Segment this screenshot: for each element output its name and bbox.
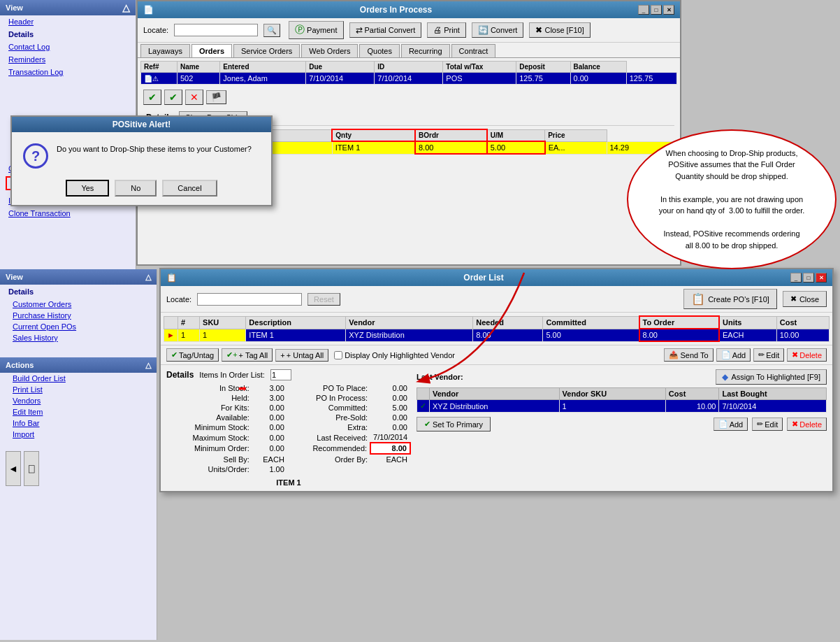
ol-col-to-order: To Order [639, 316, 719, 329]
flag-btn[interactable]: 🏴 [206, 90, 226, 104]
tag-all-btn[interactable]: ✔+ + Tag All [222, 348, 273, 362]
sub-sidebar-purchase-history[interactable]: Purchase History [0, 310, 157, 321]
sub-sidebar-import[interactable]: Import [0, 429, 157, 440]
max-stock-label: Maximum Stock: [166, 432, 252, 443]
assign-highlighted-btn[interactable]: ◆ Assign To Highlighted [F9] [716, 369, 827, 385]
ol-minimize-btn[interactable]: _ [790, 273, 802, 283]
details-cell-bordr: 5.00 [487, 141, 545, 154]
convert-btn[interactable]: 🔄 Convert [472, 22, 524, 38]
items-count-input[interactable] [270, 369, 291, 380]
sub-sidebar-header: View △ [0, 269, 157, 285]
table-row[interactable]: 📄⚠ 502 Jones, Adam 7/10/2014 7/10/2014 P… [141, 73, 677, 85]
alert-yes-btn[interactable]: Yes [66, 180, 109, 197]
nav-arrows: ◄ ⎕ [6, 451, 157, 486]
ol-edit-btn[interactable]: ✏ Edit [753, 348, 784, 362]
ol-cell-committed: 5.00 [543, 329, 639, 341]
tab-layaways[interactable]: Layaways [140, 44, 190, 57]
close-f10-btn[interactable]: ✖ Close [F10] [529, 22, 590, 38]
left-arrow-btn[interactable]: ◄ [6, 451, 21, 486]
sidebar-item-contact-log[interactable]: Contact Log [0, 41, 136, 53]
details-cell-um: EA... [545, 141, 607, 154]
maximize-btn[interactable]: □ [651, 5, 662, 15]
create-po-icon: 📋 [691, 292, 705, 306]
locate-search-btn[interactable]: 🔍 [263, 24, 280, 37]
min-stock-value: 0.00 [252, 422, 287, 432]
vt-col-last-bought: Last Bought [719, 388, 827, 400]
extra-value: 0.00 [370, 422, 410, 432]
untag-all-btn[interactable]: + + Untag All [275, 349, 328, 362]
ol-locate-label: Locate: [166, 295, 191, 304]
ol-reset-btn[interactable]: Reset [307, 293, 340, 306]
details-cell-qnty: 8.00 [415, 141, 487, 154]
sub-sidebar-edit-item[interactable]: Edit Item [0, 406, 157, 418]
ol-close-window-btn[interactable]: ✖ Close [783, 291, 827, 307]
vendor-edit-btn[interactable]: ✏ Edit [752, 418, 783, 431]
grid-btn[interactable]: ⎕ [24, 451, 39, 486]
minimize-btn[interactable]: _ [638, 5, 649, 15]
po-in-process-label: PO In Process: [287, 393, 370, 403]
held-value: 3.00 [252, 393, 287, 403]
sidebar-item-details[interactable]: Details [0, 28, 136, 41]
sell-by-value: EACH [252, 454, 287, 464]
tab-service-orders[interactable]: Service Orders [233, 44, 300, 57]
sub-sidebar-collapse-icon[interactable]: △ [145, 273, 151, 282]
sub-sidebar-current-open-pos[interactable]: Current Open POs [0, 321, 157, 332]
vendor-bottom-btns: ✔ Set To Primary 📄 Add ✏ Edit ✖ Delete [417, 417, 827, 431]
locate-input[interactable] [174, 24, 258, 36]
sub-sidebar-vendors[interactable]: Vendors [0, 395, 157, 406]
ol-table-row[interactable]: ► 1 1 ITEM 1 XYZ Distribution 8.00 5.00 … [164, 329, 830, 341]
alert-cancel-btn[interactable]: Cancel [162, 180, 217, 197]
ol-col-sku: SKU [200, 316, 246, 329]
sub-sidebar-customer-orders[interactable]: Customer Orders [0, 299, 157, 310]
order-list-toolbar: Locate: Reset 📋 Create PO's [F10] ✖ Clos… [161, 286, 832, 313]
sidebar-item-reminders[interactable]: Reminders [0, 53, 136, 66]
display-checkbox[interactable] [334, 351, 342, 359]
col-due: Due [306, 62, 375, 73]
sub-sidebar-build-order-list[interactable]: Build Order List [0, 373, 157, 384]
sidebar-collapse-icon[interactable]: △ [122, 2, 130, 13]
ol-col-vendor: Vendor [346, 316, 473, 329]
ol-close-btn[interactable]: ✕ [816, 273, 827, 283]
check2-btn[interactable]: ✔ [164, 90, 182, 105]
order-list-controls: _ □ ✕ [790, 273, 827, 283]
col-balance: Balance [570, 62, 626, 73]
close-btn[interactable]: ✕ [663, 5, 674, 15]
vt-cell-cost: 10.00 [665, 400, 719, 413]
payment-btn[interactable]: Ⓟ Payment [289, 21, 343, 39]
check-btn[interactable]: ✔ [143, 90, 161, 105]
alert-message: Do you want to Drop-Ship these items to … [57, 143, 252, 155]
vendor-add-btn[interactable]: 📄 Add [714, 418, 748, 431]
details-form-table: In Stock: ➡ 3.00 PO To Place: 0.00 Held:… [166, 383, 411, 474]
vendor-delete-btn[interactable]: ✖ Delete [787, 418, 827, 431]
set-to-primary-btn[interactable]: ✔ Set To Primary [417, 417, 491, 431]
tab-web-orders[interactable]: Web Orders [301, 44, 358, 57]
tab-recurring[interactable]: Recurring [401, 44, 450, 57]
create-po-btn[interactable]: 📋 Create PO's [F10] [683, 289, 777, 309]
display-checkbox-container[interactable]: Display Only Highlighted Vendor [331, 350, 458, 361]
sidebar-item-clone-transaction[interactable]: Clone Transaction [0, 207, 136, 220]
ol-add-btn[interactable]: 📄 Add [716, 348, 751, 362]
alert-no-btn[interactable]: No [115, 180, 157, 197]
sub-sidebar-print-list[interactable]: Print List [0, 384, 157, 395]
tab-quotes[interactable]: Quotes [359, 44, 399, 57]
vendor-table-row[interactable]: ✓ XYZ Distribution 1 10.00 7/10/2014 [417, 400, 827, 413]
ol-locate-input[interactable] [197, 293, 302, 306]
cell-deposit: 0.00 [570, 73, 626, 85]
ol-maximize-btn[interactable]: □ [803, 273, 814, 283]
convert-icon: 🔄 [478, 25, 488, 35]
tab-orders[interactable]: Orders [191, 44, 232, 57]
sidebar-item-header[interactable]: Header [0, 15, 136, 28]
sub-sidebar-sales-history[interactable]: Sales History [0, 332, 157, 343]
tab-contract[interactable]: Contract [451, 44, 496, 57]
actions-collapse-icon[interactable]: △ [145, 361, 151, 370]
sidebar-item-transaction-log[interactable]: Transaction Log [0, 66, 136, 78]
tag-untag-btn[interactable]: ✔ Tag/Untag [166, 348, 219, 362]
ol-col-needed: Needed [473, 316, 543, 329]
x-btn[interactable]: ✕ [185, 90, 203, 105]
main-window-title: Orders In Process [154, 5, 638, 15]
print-btn[interactable]: 🖨 Print [427, 22, 466, 38]
send-to-btn[interactable]: 📤 Send To [664, 348, 713, 362]
partial-convert-btn[interactable]: ⇄ Partial Convert [349, 22, 422, 38]
sub-sidebar-info-bar[interactable]: Info Bar [0, 418, 157, 429]
ol-delete-btn[interactable]: ✖ Delete [787, 348, 827, 362]
